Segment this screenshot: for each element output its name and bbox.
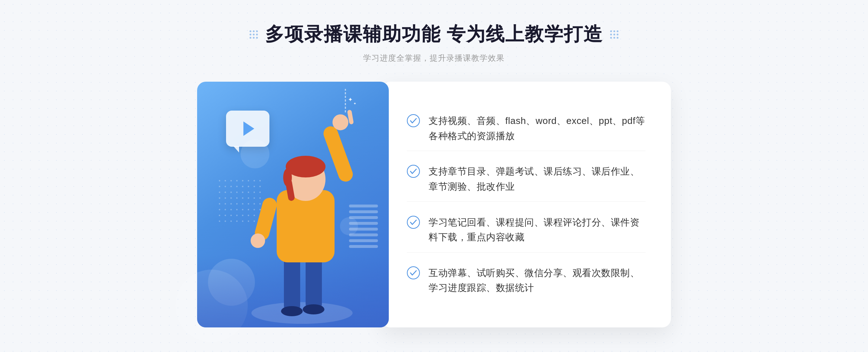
check-icon-1 <box>407 114 420 127</box>
svg-point-20 <box>407 216 420 228</box>
svg-point-7 <box>286 156 326 177</box>
feature-text-4: 互动弹幕、试听购买、微信分享、观看次数限制、学习进度跟踪、数据统计 <box>429 266 646 296</box>
svg-point-21 <box>407 267 420 279</box>
feature-text-3: 学习笔记回看、课程提问、课程评论打分、课件资料下载，重点内容收藏 <box>429 215 646 245</box>
svg-point-16 <box>241 139 269 168</box>
page-subtitle: 学习进度全掌握，提升录播课教学效果 <box>250 53 618 64</box>
check-icon-4 <box>407 266 420 279</box>
svg-point-18 <box>407 115 420 127</box>
header-title-row: 多项录播课辅助功能 专为线上教学打造 <box>250 22 618 47</box>
check-icon-3 <box>407 216 420 229</box>
svg-point-4 <box>303 304 324 314</box>
page-container: 多项录播课辅助功能 专为线上教学打造 学习进度全掌握，提升录播课教学效果 » <box>0 0 868 352</box>
svg-point-14 <box>251 233 265 248</box>
feature-item-2: 支持章节目录、弹题考试、课后练习、课后作业、章节测验、批改作业 <box>407 157 646 202</box>
left-decorative-dots <box>250 30 258 39</box>
svg-point-3 <box>281 306 303 316</box>
svg-rect-10 <box>322 124 355 184</box>
svg-rect-1 <box>284 255 300 313</box>
svg-point-19 <box>407 165 420 177</box>
feature-text-1: 支持视频、音频、flash、word、excel、ppt、pdf等各种格式的资源… <box>429 113 646 143</box>
feature-item-4: 互动弹幕、试听购买、微信分享、观看次数限制、学习进度跟踪、数据统计 <box>407 258 646 303</box>
feature-text-2: 支持章节目录、弹题考试、课后练习、课后作业、章节测验、批改作业 <box>429 164 646 194</box>
check-icon-2 <box>407 165 420 178</box>
feature-item-3: 学习笔记回看、课程提问、课程评论打分、课件资料下载，重点内容收藏 <box>407 208 646 253</box>
info-panel: 支持视频、音频、flash、word、excel、ppt、pdf等各种格式的资源… <box>382 82 671 327</box>
svg-rect-2 <box>306 255 322 311</box>
person-illustration <box>197 82 389 327</box>
svg-point-17 <box>340 217 358 235</box>
illustration-card: ✦ ✦ <box>197 82 389 327</box>
right-decorative-dots <box>610 30 618 39</box>
header-section: 多项录播课辅助功能 专为线上教学打造 学习进度全掌握，提升录播课教学效果 <box>250 22 618 64</box>
feature-item-1: 支持视频、音频、flash、word、excel、ppt、pdf等各种格式的资源… <box>407 106 646 151</box>
main-content: » <box>181 82 687 327</box>
page-title: 多项录播课辅助功能 专为线上教学打造 <box>265 22 603 47</box>
